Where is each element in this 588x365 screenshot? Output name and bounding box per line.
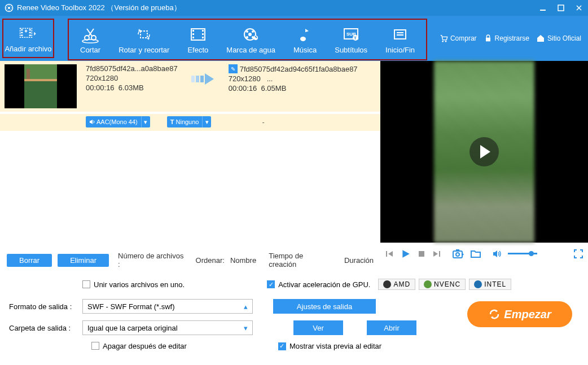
- effect-button[interactable]: Efecto: [178, 20, 217, 59]
- svg-rect-36: [397, 34, 403, 36]
- rotate-icon: [135, 25, 153, 43]
- folder-select[interactable]: Igual que la carpeta original ▾: [82, 320, 253, 335]
- next-button[interactable]: [432, 249, 441, 258]
- site-label: Sitio Oficial: [547, 34, 581, 42]
- list-controls: Borrar Eliminar Número de archivos : Ord…: [0, 247, 380, 273]
- svg-rect-45: [439, 251, 440, 257]
- prev-button[interactable]: [385, 249, 394, 258]
- start-end-button[interactable]: Inicio/Fin: [376, 20, 424, 59]
- cart-icon: [439, 34, 448, 43]
- shutdown-checkbox[interactable]: [91, 342, 99, 350]
- view-button[interactable]: Ver: [293, 320, 343, 335]
- format-value: SWF - SWF Format (*.swf): [87, 302, 175, 311]
- music-button[interactable]: Música: [284, 20, 326, 59]
- play-button[interactable]: [401, 249, 411, 259]
- source-thumbnail: [5, 64, 77, 108]
- minimize-button[interactable]: [538, 3, 547, 12]
- content-area: 7fd85075df42a...a0a8bae87 720x1280 00:00…: [0, 61, 588, 243]
- output-dur-size: 00:00:16 6.05MB: [229, 84, 358, 93]
- svg-rect-16: [192, 30, 194, 32]
- site-link[interactable]: Sitio Oficial: [536, 34, 581, 43]
- open-button[interactable]: Abrir: [367, 320, 416, 335]
- sort-by-name[interactable]: Nombre: [230, 256, 256, 265]
- svg-point-25: [252, 30, 254, 33]
- output-resolution: 720x1280 ...: [229, 74, 358, 83]
- cut-button[interactable]: Cortar: [71, 20, 109, 59]
- buy-label: Comprar: [450, 34, 477, 42]
- source-resolution: 720x1280: [86, 74, 178, 82]
- effect-label: Efecto: [187, 46, 208, 54]
- startend-icon: [391, 25, 409, 43]
- cut-label: Cortar: [80, 46, 100, 54]
- svg-rect-44: [419, 251, 424, 257]
- order-label: Ordenar:: [196, 256, 225, 265]
- file-count-label: Número de archivos :: [118, 252, 187, 269]
- svg-rect-2: [540, 10, 546, 11]
- sort-by-duration[interactable]: Duración: [344, 256, 374, 265]
- add-file-button[interactable]: Añadir archivo: [2, 19, 54, 58]
- volume-button[interactable]: [492, 249, 501, 258]
- watermark-button[interactable]: Marca de agua: [217, 20, 284, 59]
- watermark-label: Marca de agua: [226, 46, 275, 54]
- convert-arrow-icon: [191, 71, 215, 87]
- svg-point-38: [445, 41, 447, 42]
- intel-badge: INTEL: [469, 279, 511, 290]
- close-button[interactable]: [574, 3, 583, 12]
- play-overlay-button[interactable]: [469, 137, 499, 166]
- svg-rect-46: [453, 251, 462, 258]
- buy-link[interactable]: Comprar: [439, 34, 477, 43]
- audio-tag-dropdown[interactable]: AAC(Mono 44) ▾: [86, 116, 150, 127]
- svg-point-29: [300, 37, 306, 41]
- chevron-up-icon: ▴: [244, 302, 248, 311]
- subtitle-tag-dropdown[interactable]: TNinguno ▾: [167, 116, 212, 127]
- register-link[interactable]: Registrarse: [484, 34, 529, 43]
- svg-point-26: [246, 36, 248, 38]
- output-settings-button[interactable]: Ajustes de salida: [273, 299, 376, 314]
- svg-point-47: [456, 253, 459, 256]
- subtitles-button[interactable]: SUBT Subtítulos: [326, 20, 376, 59]
- maximize-button[interactable]: [556, 3, 565, 12]
- lock-icon: [484, 34, 493, 43]
- svg-rect-21: [202, 37, 204, 38]
- main-toolbar: Añadir archivo Cortar Rotar y recortar E…: [0, 16, 588, 61]
- remove-button[interactable]: Eliminar: [58, 254, 109, 267]
- stop-button[interactable]: [418, 250, 425, 258]
- format-select[interactable]: SWF - SWF Format (*.swf) ▴: [82, 299, 253, 314]
- edit-icon[interactable]: ✎: [229, 64, 238, 73]
- gpu-checkbox[interactable]: [267, 280, 275, 288]
- fullscreen-button[interactable]: [573, 249, 583, 259]
- file-row[interactable]: 7fd85075df42a...a0a8bae87 720x1280 00:00…: [0, 61, 380, 114]
- svg-rect-39: [486, 38, 490, 42]
- svg-rect-40: [191, 76, 195, 82]
- refresh-icon: [488, 308, 501, 320]
- source-dur-size: 00:00:16 6.03MB: [86, 83, 178, 92]
- open-folder-button[interactable]: [471, 249, 481, 258]
- start-label: Empezar: [504, 308, 551, 321]
- svg-rect-19: [202, 30, 204, 32]
- svg-rect-43: [386, 251, 387, 257]
- preview-edit-checkbox[interactable]: [278, 342, 286, 350]
- snapshot-button[interactable]: [453, 249, 464, 259]
- speaker-icon: [89, 119, 95, 125]
- sort-by-time[interactable]: Tiempo de creación: [269, 252, 332, 269]
- svg-rect-48: [456, 249, 459, 251]
- svg-rect-8: [29, 29, 31, 30]
- title-bar: Renee Video Toolbox 2022 （Versión de pru…: [0, 0, 588, 16]
- svg-point-37: [442, 41, 444, 42]
- start-button[interactable]: Empezar: [467, 301, 572, 327]
- merge-checkbox[interactable]: [82, 280, 90, 288]
- svg-rect-18: [192, 37, 194, 38]
- subtitles-icon: SUBT: [342, 25, 360, 43]
- player-controls: [380, 243, 588, 264]
- folder-label: Carpeta de salida :: [9, 324, 82, 332]
- rotate-crop-button[interactable]: Rotar y recortar: [109, 20, 178, 59]
- music-icon: [296, 25, 314, 43]
- cut-icon: [81, 25, 99, 43]
- volume-slider[interactable]: [508, 253, 537, 254]
- format-label: Formato de salida :: [9, 302, 82, 311]
- svg-rect-17: [192, 33, 194, 35]
- delete-button[interactable]: Borrar: [7, 254, 52, 267]
- source-filename: 7fd85075df42a...a0a8bae87: [86, 64, 178, 73]
- app-title: Renee Video Toolbox 2022 （Versión de pru…: [17, 3, 538, 13]
- edit-tools-group: Cortar Rotar y recortar Efecto Marca de …: [68, 19, 427, 60]
